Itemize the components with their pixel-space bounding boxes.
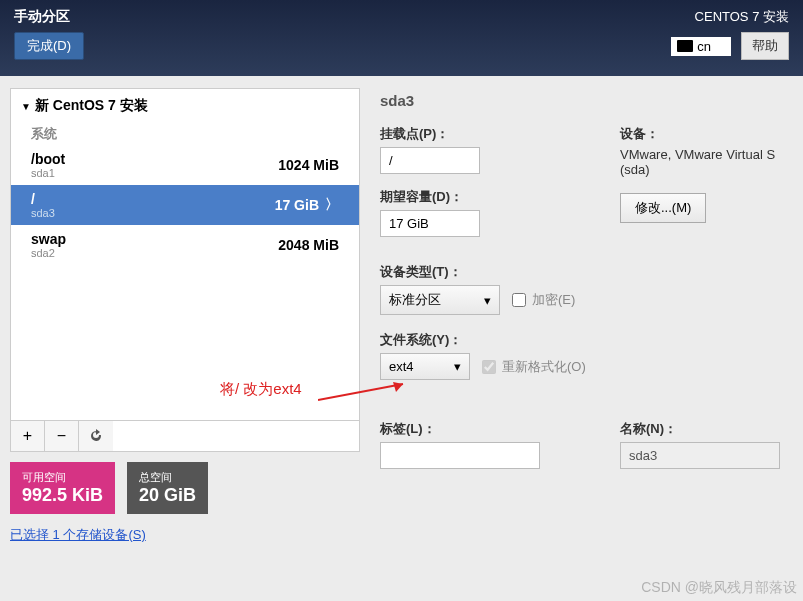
- partition-row-root[interactable]: / sda3 17 GiB〉: [11, 185, 359, 225]
- header-bar: 手动分区 完成(D) CENTOS 7 安装 cn 帮助: [0, 0, 803, 76]
- device-text: VMware, VMware Virtual S (sda): [620, 147, 793, 177]
- chevron-down-icon: ▾: [454, 359, 461, 374]
- available-space-box: 可用空间 992.5 KiB: [10, 462, 115, 514]
- system-group-label: 系统: [11, 123, 359, 145]
- annotation-arrow-icon: [318, 380, 418, 410]
- svg-line-0: [318, 384, 403, 400]
- tag-label: 标签(L)：: [380, 420, 600, 438]
- chevron-down-icon: ▾: [484, 293, 491, 308]
- selected-partition-title: sda3: [380, 92, 793, 109]
- filesystem-select[interactable]: ext4 ▾: [380, 353, 470, 380]
- device-type-label: 设备类型(T)：: [380, 263, 793, 281]
- partition-row-boot[interactable]: /boot sda1 1024 MiB: [11, 145, 359, 185]
- help-button[interactable]: 帮助: [741, 32, 789, 60]
- annotation-text: 将/ 改为ext4: [220, 380, 302, 399]
- name-input: [620, 442, 780, 469]
- partition-panel: ▼ 新 CentOS 7 安装 系统 /boot sda1 1024 MiB /…: [10, 88, 360, 544]
- page-title: 手动分区: [14, 8, 84, 26]
- device-type-select[interactable]: 标准分区 ▾: [380, 285, 500, 315]
- capacity-label: 期望容量(D)：: [380, 188, 600, 206]
- selected-devices-link[interactable]: 已选择 1 个存储设备(S): [10, 526, 360, 544]
- chevron-right-icon: 〉: [325, 196, 339, 214]
- capacity-input[interactable]: [380, 210, 480, 237]
- done-button[interactable]: 完成(D): [14, 32, 84, 60]
- remove-partition-button[interactable]: −: [45, 421, 79, 451]
- encrypt-checkbox[interactable]: [512, 293, 526, 307]
- tag-input[interactable]: [380, 442, 540, 469]
- reformat-label: 重新格式化(O): [502, 358, 586, 376]
- detail-panel: sda3 挂载点(P)： 期望容量(D)： 设备： VMware, VMware…: [380, 88, 793, 544]
- refresh-button[interactable]: [79, 421, 113, 451]
- reformat-checkbox: [482, 360, 496, 374]
- partition-action-row: + −: [11, 420, 359, 451]
- install-title: CENTOS 7 安装: [695, 8, 789, 26]
- keyboard-layout-selector[interactable]: cn: [671, 37, 731, 56]
- partition-row-swap[interactable]: swap sda2 2048 MiB: [11, 225, 359, 265]
- mount-point-input[interactable]: [380, 147, 480, 174]
- device-label: 设备：: [620, 125, 793, 143]
- install-section-header[interactable]: ▼ 新 CentOS 7 安装: [11, 89, 359, 123]
- add-partition-button[interactable]: +: [11, 421, 45, 451]
- watermark: CSDN @晓风残月部落设: [641, 579, 797, 597]
- encrypt-label: 加密(E): [532, 291, 575, 309]
- lang-code: cn: [697, 39, 711, 54]
- keyboard-icon: [677, 40, 693, 52]
- mount-point-label: 挂载点(P)：: [380, 125, 600, 143]
- collapse-triangle-icon: ▼: [21, 101, 31, 112]
- refresh-icon: [88, 428, 104, 444]
- total-space-box: 总空间 20 GiB: [127, 462, 208, 514]
- filesystem-label: 文件系统(Y)：: [380, 331, 793, 349]
- modify-button[interactable]: 修改...(M): [620, 193, 706, 223]
- name-label: 名称(N)：: [620, 420, 793, 438]
